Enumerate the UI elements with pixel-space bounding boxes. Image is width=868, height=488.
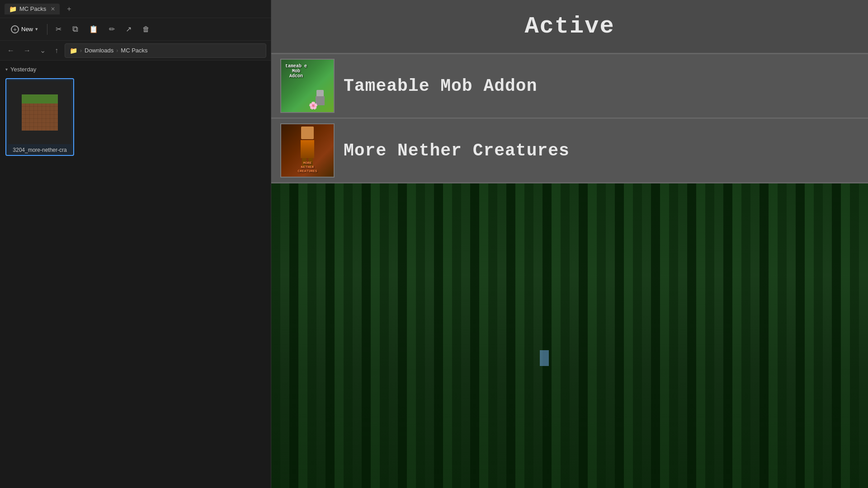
addon-item-tameable[interactable]: tameab eMobAdcon 🌸 Tameable Mob Addon [271, 54, 868, 119]
active-header: Active [271, 0, 868, 54]
minecraft-panel: Active tameab eMobAdcon 🌸 Tameable Mob A… [271, 0, 868, 488]
up-button[interactable]: ↑ [52, 45, 61, 56]
file-item[interactable]: 3204_more-nether-cra [5, 78, 74, 156]
tameable-thumb-label: tameab eMobAdcon [283, 61, 309, 81]
address-bar: ← → ⌄ ↑ 📁 › Downloads › MC Packs [0, 41, 271, 61]
cut-icon: ✂ [56, 25, 61, 33]
rename-icon: ✏ [109, 25, 115, 33]
file-grid: 3204_more-nether-cra [5, 78, 265, 156]
delete-button[interactable]: 🗑 [138, 23, 154, 36]
tab-close-button[interactable]: ✕ [51, 6, 55, 12]
nether-thumbnail: MORENETHERCREATURES [280, 123, 335, 178]
section-label: Yesterday [10, 66, 36, 73]
nav-dropdown-button[interactable]: ⌄ [37, 44, 48, 56]
new-button[interactable]: + New ▾ [5, 23, 43, 36]
cut-button[interactable]: ✂ [51, 23, 66, 36]
active-title: Active [524, 13, 614, 40]
copy-button[interactable]: ⧉ [68, 22, 83, 36]
addon-list: tameab eMobAdcon 🌸 Tameable Mob Addon [271, 54, 868, 183]
nether-thumb-label: MORENETHERCREATURES [283, 161, 332, 173]
breadcrumb-sep-1: › [80, 47, 82, 54]
tab-title: MC Packs [19, 5, 46, 12]
breadcrumb-downloads[interactable]: Downloads [85, 47, 113, 54]
mc-background-scene [271, 183, 868, 488]
breadcrumb-sep-2: › [116, 47, 118, 54]
mc-trees [271, 183, 868, 488]
file-content-area: ▾ Yesterday 3204_more-nether-cra [0, 61, 271, 488]
addon-item-nether[interactable]: MORENETHERCREATURES More Nether Creature… [271, 119, 868, 183]
explorer-tab[interactable]: 📁 MC Packs ✕ [5, 4, 60, 14]
paste-button[interactable]: 📋 [85, 23, 103, 36]
title-bar: 📁 MC Packs ✕ + [0, 0, 271, 18]
copy-icon: ⧉ [72, 24, 78, 34]
breadcrumb-mc-packs[interactable]: MC Packs [121, 47, 147, 54]
yesterday-section-header[interactable]: ▾ Yesterday [5, 66, 265, 73]
dirt-block-icon [22, 94, 58, 131]
toolbar: + New ▾ ✂ ⧉ 📋 ✏ ↗ 🗑 [0, 18, 271, 41]
toolbar-separator-1 [47, 24, 47, 35]
flower-decoration: 🌸 [309, 101, 318, 110]
nether-mob-head [301, 127, 314, 139]
mc-player-figure [540, 350, 549, 366]
forward-button[interactable]: → [21, 45, 33, 56]
file-explorer: 📁 MC Packs ✕ + + New ▾ ✂ ⧉ 📋 ✏ ↗ 🗑 [0, 0, 271, 488]
nether-addon-name: More Nether Creatures [344, 141, 570, 160]
new-circle-icon: + [11, 25, 19, 33]
section-chevron-icon: ▾ [5, 67, 8, 72]
tameable-addon-name: Tameable Mob Addon [344, 76, 537, 96]
tameable-thumbnail: tameab eMobAdcon 🌸 [280, 59, 335, 113]
breadcrumb-folder-icon: 📁 [70, 47, 77, 54]
tab-folder-icon: 📁 [9, 5, 17, 13]
share-button[interactable]: ↗ [121, 23, 136, 36]
breadcrumb[interactable]: 📁 › Downloads › MC Packs [65, 43, 266, 58]
file-thumbnail [8, 81, 71, 144]
new-tab-button[interactable]: + [63, 3, 75, 15]
file-name-label: 3204_more-nether-cra [13, 147, 66, 153]
new-label: New [21, 26, 33, 33]
dirt-main [22, 103, 58, 131]
rename-button[interactable]: ✏ [104, 23, 119, 36]
paste-icon: 📋 [89, 25, 98, 33]
nether-mob-body [301, 140, 314, 158]
dirt-top [22, 94, 58, 103]
share-icon: ↗ [126, 25, 132, 33]
back-button[interactable]: ← [5, 45, 17, 56]
new-chevron-icon: ▾ [35, 26, 38, 32]
delete-icon: 🗑 [142, 25, 150, 33]
